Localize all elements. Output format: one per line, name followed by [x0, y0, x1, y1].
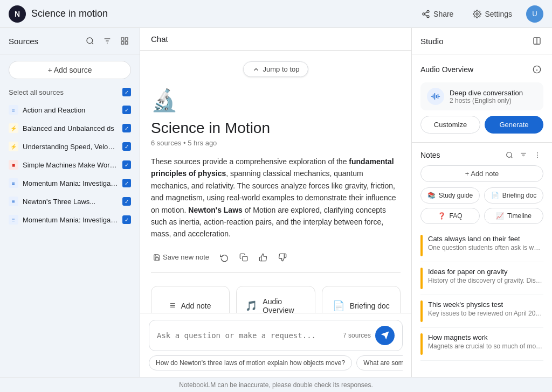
- note-tool-faq[interactable]: ❓FAQ: [420, 208, 480, 224]
- source-checkbox[interactable]: ✓: [122, 124, 131, 132]
- timeline-icon: 📈: [496, 212, 504, 220]
- note-color-indicator: [420, 268, 423, 289]
- source-label: Action and Reaction: [23, 106, 85, 114]
- add-note-label: Add note: [181, 302, 211, 310]
- list-item[interactable]: ≡ Momentum Mania: Investigating th... ✓: [0, 174, 140, 192]
- quick-action-audio-overview[interactable]: 🎵 Audio Overview: [236, 286, 315, 313]
- note-title: How magnets work: [428, 333, 543, 341]
- share-button[interactable]: Share: [416, 6, 459, 22]
- note-title: Cats always land on their feet: [428, 235, 543, 243]
- quick-action-add-note[interactable]: ≡ Add note: [151, 286, 230, 313]
- select-all-checkbox[interactable]: ✓: [122, 88, 131, 96]
- svg-point-21: [507, 152, 512, 157]
- thumbs-down-button[interactable]: [276, 251, 289, 264]
- search-notes-button[interactable]: [503, 149, 515, 161]
- settings-icon: [473, 10, 481, 18]
- note-item[interactable]: Cats always land on their feet One quest…: [420, 229, 543, 262]
- suggestion-chip[interactable]: How do Newton's three laws of motion exp…: [149, 355, 352, 370]
- source-label: Newton's Three Laws...: [23, 198, 95, 206]
- source-label: Balanced and Unbalanced ds: [23, 124, 114, 132]
- source-label: Momentum Mania: Investigating th...: [23, 179, 118, 187]
- suggestion-chip[interactable]: What are some famous physics experiments…: [356, 355, 403, 370]
- list-item[interactable]: ≡ Newton's Three Laws... ✓: [0, 192, 140, 211]
- note-tool-timeline[interactable]: 📈Timeline: [484, 208, 543, 224]
- source-checkbox[interactable]: ✓: [122, 179, 131, 187]
- briefing-doc-icon: 📄: [491, 192, 499, 199]
- svg-point-5: [476, 13, 478, 15]
- jump-to-top-button[interactable]: Jump to top: [243, 61, 309, 77]
- note-tool-briefing-doc[interactable]: 📄Briefing doc: [484, 187, 543, 204]
- note-color-indicator: [420, 300, 423, 322]
- briefing-doc-label: Briefing doc: [350, 302, 390, 310]
- source-type-icon: ≡: [9, 178, 18, 188]
- source-type-icon: ■: [9, 160, 18, 170]
- briefing-doc-label: Briefing doc: [502, 192, 536, 199]
- columns-icon: [533, 37, 541, 45]
- source-checkbox[interactable]: ✓: [122, 142, 131, 151]
- chat-description: These sources provide a comprehensive ex…: [151, 156, 401, 240]
- note-tool-study-guide[interactable]: 📚Study guide: [420, 187, 480, 204]
- note-item[interactable]: This week's physics test Key issues to b…: [420, 295, 543, 328]
- quick-action-briefing-doc[interactable]: 📄 Briefing doc: [322, 286, 401, 313]
- svg-rect-15: [243, 256, 247, 261]
- note-tools: 📚Study guide📄Briefing doc❓FAQ📈Timeline: [412, 187, 552, 229]
- source-checkbox[interactable]: ✓: [122, 215, 131, 224]
- search-sources-button[interactable]: [84, 34, 96, 47]
- suggestions-list: How do Newton's three laws of motion exp…: [149, 355, 403, 373]
- layout-sources-button[interactable]: [118, 34, 131, 47]
- generate-button[interactable]: Generate: [485, 116, 543, 134]
- list-item[interactable]: ≡ Momentum Mania: Investigating th... ✓: [0, 211, 140, 229]
- info-icon: [533, 65, 541, 74]
- studio-layout-button[interactable]: [530, 34, 543, 47]
- add-note-button[interactable]: + Add note: [420, 165, 543, 182]
- thumbs-up-icon: [259, 253, 267, 262]
- send-button[interactable]: [375, 326, 395, 345]
- copy-button[interactable]: [237, 251, 250, 264]
- filter-sources-button[interactable]: [101, 34, 114, 47]
- filter-icon: [103, 37, 112, 45]
- svg-rect-13: [121, 41, 124, 44]
- list-item[interactable]: ■ Simple Machines Make Work Easier... ✓: [0, 156, 140, 174]
- note-preview: One question students often ask is why c…: [428, 244, 543, 251]
- share-icon: [422, 10, 430, 18]
- note-item[interactable]: Ideas for paper on gravity History of th…: [420, 262, 543, 295]
- note-item[interactable]: How magnets work Magnets are crucial to …: [420, 328, 543, 361]
- more-notes-button[interactable]: [532, 149, 543, 161]
- sources-list: ≡ Action and Reaction ✓ ⚡ Balanced and U…: [0, 101, 140, 377]
- avatar[interactable]: U: [526, 5, 543, 23]
- source-checkbox[interactable]: ✓: [122, 197, 131, 206]
- add-note-icon: ≡: [170, 300, 176, 311]
- list-item[interactable]: ⚡ Understanding Speed, Velocity and... ✓: [0, 137, 140, 156]
- source-checkbox[interactable]: ✓: [122, 160, 131, 169]
- app-title: Science in motion: [31, 8, 108, 19]
- svg-rect-14: [125, 41, 128, 44]
- search-icon: [86, 37, 94, 45]
- select-all-label: Select all sources: [9, 88, 64, 96]
- undo-button[interactable]: [218, 251, 231, 264]
- quick-actions: ≡ Add note 🎵 Audio Overview 📄 Briefing d…: [151, 286, 401, 313]
- svg-point-1: [423, 13, 425, 15]
- svg-rect-12: [125, 38, 128, 40]
- sort-notes-button[interactable]: [518, 149, 529, 161]
- chat-input[interactable]: [157, 331, 339, 340]
- faq-label: FAQ: [449, 212, 462, 220]
- source-label: Momentum Mania: Investigating th...: [23, 216, 118, 224]
- list-item[interactable]: ≡ Action and Reaction ✓: [0, 101, 140, 119]
- audio-overview-info-button[interactable]: [530, 63, 543, 76]
- settings-label: Settings: [485, 10, 512, 18]
- thumbs-up-button[interactable]: [257, 251, 270, 264]
- audio-card: Deep dive conversation 2 hosts (English …: [420, 82, 543, 110]
- source-type-icon: ⚡: [9, 142, 18, 151]
- customize-button[interactable]: Customize: [420, 116, 480, 134]
- save-note-button[interactable]: Save new note: [151, 251, 211, 263]
- source-type-icon: ⚡: [9, 123, 18, 133]
- add-source-button[interactable]: + Add source: [9, 61, 131, 79]
- chat-main-title: Science in Motion: [151, 120, 401, 137]
- source-checkbox[interactable]: ✓: [122, 106, 131, 114]
- app-logo: N: [9, 5, 26, 23]
- microscope-emoji: 🔬: [151, 88, 401, 113]
- note-title: This week's physics test: [428, 300, 543, 309]
- list-item[interactable]: ⚡ Balanced and Unbalanced ds ✓: [0, 119, 140, 137]
- jump-to-top-label: Jump to top: [263, 65, 300, 73]
- settings-button[interactable]: Settings: [467, 6, 518, 22]
